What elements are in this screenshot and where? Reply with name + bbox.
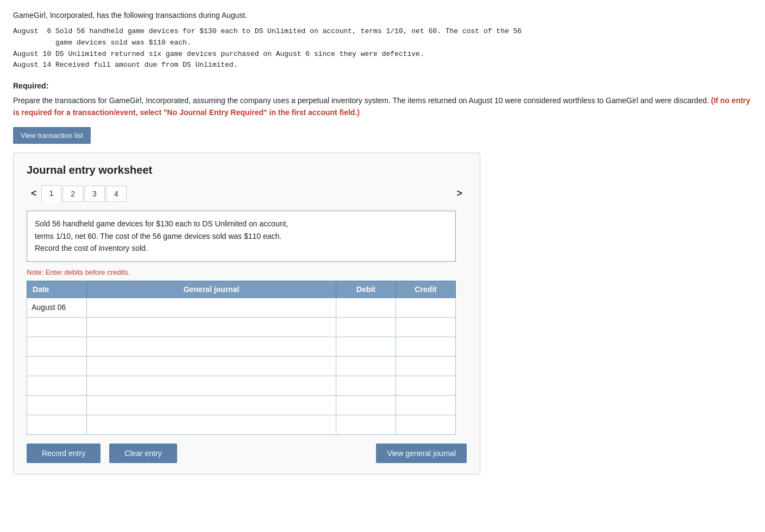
gj-input-3[interactable] xyxy=(87,357,336,376)
tab-3[interactable]: 3 xyxy=(84,186,105,202)
date-cell-4 xyxy=(27,376,87,395)
credit-input-5[interactable] xyxy=(396,396,455,415)
credit-cell-0[interactable] xyxy=(396,297,456,317)
view-general-journal-button[interactable]: View general journal xyxy=(376,444,467,463)
intro-text: GameGirl, Incorporated, has the followin… xyxy=(13,11,752,20)
table-row xyxy=(27,415,456,434)
debit-input-2[interactable] xyxy=(336,337,396,356)
debit-input-4[interactable] xyxy=(336,376,396,395)
header-general-journal: General journal xyxy=(87,281,336,297)
record-entry-button[interactable]: Record entry xyxy=(27,444,101,463)
credit-cell-4[interactable] xyxy=(396,376,456,395)
tab-4[interactable]: 4 xyxy=(106,186,127,202)
worksheet-title: Journal entry worksheet xyxy=(27,164,467,176)
credit-input-2[interactable] xyxy=(396,337,455,356)
header-debit: Debit xyxy=(336,281,396,297)
required-description: Prepare the transactions for GameGirl, I… xyxy=(13,94,752,119)
debit-input-6[interactable] xyxy=(336,415,396,434)
gj-input-1[interactable] xyxy=(87,318,336,337)
gj-cell-2[interactable] xyxy=(87,337,336,356)
header-credit: Credit xyxy=(396,281,456,297)
button-row: Record entry Clear entry View general jo… xyxy=(27,444,467,463)
debit-cell-0[interactable] xyxy=(336,297,396,317)
table-row: August 06 xyxy=(27,297,456,317)
transaction-description-box: Sold 56 handheld game devices for $130 e… xyxy=(27,211,456,261)
table-row xyxy=(27,395,456,415)
gj-cell-6[interactable] xyxy=(87,415,336,434)
credit-input-1[interactable] xyxy=(396,318,455,337)
tab-2[interactable]: 2 xyxy=(62,186,83,202)
transaction-description-text: Sold 56 handheld game devices for $130 e… xyxy=(35,219,288,252)
worksheet-container: Journal entry worksheet < 1 2 3 4 > Sold… xyxy=(13,153,480,474)
prev-tab-arrow[interactable]: < xyxy=(27,186,41,201)
date-cell-1 xyxy=(27,317,87,337)
date-cell-2 xyxy=(27,337,87,356)
debit-input-0[interactable] xyxy=(336,298,396,317)
date-cell-3 xyxy=(27,356,87,376)
credit-input-4[interactable] xyxy=(396,376,455,395)
view-transaction-list-button[interactable]: View transaction list xyxy=(13,127,91,144)
debit-cell-5[interactable] xyxy=(336,395,396,415)
gj-cell-3[interactable] xyxy=(87,356,336,376)
clear-entry-button[interactable]: Clear entry xyxy=(109,444,177,463)
gj-cell-1[interactable] xyxy=(87,317,336,337)
table-row xyxy=(27,376,456,395)
debit-input-1[interactable] xyxy=(336,318,396,337)
transaction-block: August 6 Sold 56 handheld game devices f… xyxy=(13,26,752,71)
required-section: Required: Prepare the transactions for G… xyxy=(13,80,752,118)
note-text: Note: Enter debits before credits. xyxy=(27,268,467,276)
debit-cell-1[interactable] xyxy=(336,317,396,337)
credit-cell-3[interactable] xyxy=(396,356,456,376)
table-row xyxy=(27,356,456,376)
debit-input-3[interactable] xyxy=(336,357,396,376)
table-row xyxy=(27,337,456,356)
date-cell-0: August 06 xyxy=(27,297,87,317)
credit-cell-5[interactable] xyxy=(396,395,456,415)
gj-input-6[interactable] xyxy=(87,415,336,434)
gj-input-0[interactable] xyxy=(87,298,336,317)
credit-input-3[interactable] xyxy=(396,357,455,376)
debit-input-5[interactable] xyxy=(336,396,396,415)
credit-input-6[interactable] xyxy=(396,415,455,434)
header-date: Date xyxy=(27,281,87,297)
gj-input-2[interactable] xyxy=(87,337,336,356)
debit-cell-3[interactable] xyxy=(336,356,396,376)
tab-1[interactable]: 1 xyxy=(41,185,62,202)
date-cell-6 xyxy=(27,415,87,434)
gj-cell-4[interactable] xyxy=(87,376,336,395)
credit-cell-1[interactable] xyxy=(396,317,456,337)
gj-input-5[interactable] xyxy=(87,396,336,415)
tab-navigation: < 1 2 3 4 > xyxy=(27,185,467,202)
next-tab-arrow[interactable]: > xyxy=(452,186,467,201)
gj-cell-0[interactable] xyxy=(87,297,336,317)
gj-input-4[interactable] xyxy=(87,376,336,395)
credit-cell-6[interactable] xyxy=(396,415,456,434)
debit-cell-4[interactable] xyxy=(336,376,396,395)
debit-cell-2[interactable] xyxy=(336,337,396,356)
journal-table: Date General journal Debit Credit August… xyxy=(27,281,456,435)
table-row xyxy=(27,317,456,337)
credit-input-0[interactable] xyxy=(396,298,455,317)
debit-cell-6[interactable] xyxy=(336,415,396,434)
gj-cell-5[interactable] xyxy=(87,395,336,415)
required-label: Required: xyxy=(13,81,48,90)
date-cell-5 xyxy=(27,395,87,415)
credit-cell-2[interactable] xyxy=(396,337,456,356)
